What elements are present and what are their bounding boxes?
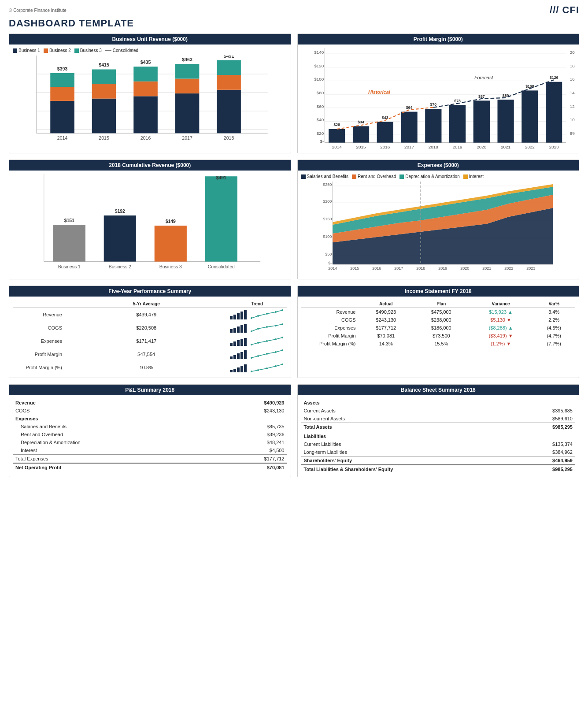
pl-interest-label: Interest bbox=[13, 446, 214, 455]
svg-text:16%: 16% bbox=[570, 77, 575, 82]
svg-text:$200: $200 bbox=[323, 199, 332, 204]
bs-row-total-assets: Total Assets $985,295 bbox=[301, 423, 576, 431]
bs-total-assets-label: Total Assets bbox=[301, 423, 517, 431]
svg-text:$100: $100 bbox=[323, 234, 332, 239]
legend-consolidated: ── Consolidated bbox=[105, 48, 138, 53]
svg-rect-68 bbox=[521, 90, 538, 142]
svg-text:10%: 10% bbox=[570, 117, 575, 122]
balance-sheet-card: Balance Sheet Summary 2018 Assets Curren… bbox=[297, 384, 580, 477]
five-year-card: Five-Year Performance Summary 5-Yr Avera… bbox=[9, 286, 291, 378]
is-revenue-variance: $15,923 ▲ bbox=[469, 308, 533, 316]
is-revenue-label: Revenue bbox=[301, 308, 359, 316]
perf-expenses-trend bbox=[227, 334, 287, 348]
svg-point-141 bbox=[251, 357, 252, 359]
svg-text:Consolidated: Consolidated bbox=[208, 264, 235, 269]
svg-rect-58 bbox=[401, 112, 417, 143]
legend-b1: Business 1 bbox=[13, 48, 40, 53]
business-unit-revenue-title: Business Unit Revenue ($000) bbox=[9, 34, 291, 45]
pl-net-profit-value: $70,081 bbox=[214, 463, 287, 471]
svg-point-129 bbox=[275, 311, 277, 313]
income-statement-body: Actual Plan Variance Var% Revenue $490,9… bbox=[298, 297, 579, 351]
is-row-profit: Profit Margin $70,081 $73,500 ($3,419) ▼… bbox=[301, 332, 576, 340]
five-year-body: 5-Yr Average Trend Revenue $439,479 bbox=[9, 297, 291, 378]
svg-text:$491: $491 bbox=[216, 175, 226, 180]
perf-col-label bbox=[13, 300, 66, 308]
svg-rect-19 bbox=[217, 90, 241, 134]
is-revenue-actual: $490,923 bbox=[359, 308, 414, 316]
pl-table: Revenue $490,923 COGS $243,130 Expenses … bbox=[13, 399, 287, 471]
is-row-revenue: Revenue $490,923 $475,000 $15,923 ▲ 3.4% bbox=[301, 308, 576, 316]
svg-text:$43: $43 bbox=[381, 115, 388, 120]
is-expenses-varpct: (4.5%) bbox=[533, 324, 575, 332]
svg-rect-64 bbox=[473, 100, 489, 142]
balance-sheet-title: Balance Sheet Summary 2018 bbox=[298, 385, 579, 395]
balance-sheet-body: Assets Current Assets $395,685 Non-curre… bbox=[298, 395, 579, 477]
perf-expenses-bars bbox=[230, 336, 247, 346]
pl-expenses-header-value bbox=[214, 415, 287, 423]
perf-cogs-trend bbox=[227, 321, 287, 334]
bs-current-assets-value: $395,685 bbox=[517, 407, 575, 415]
svg-point-137 bbox=[257, 342, 259, 344]
bs-current-liabilities-value: $135,374 bbox=[517, 440, 575, 448]
legend-depr-dot bbox=[399, 174, 404, 179]
svg-text:12%: 12% bbox=[570, 104, 575, 109]
svg-point-131 bbox=[251, 330, 252, 332]
svg-text:$491: $491 bbox=[224, 56, 234, 59]
bs-total-value: $985,295 bbox=[517, 465, 575, 473]
perf-revenue-sparkline bbox=[249, 309, 285, 320]
is-revenue-varpct: 3.4% bbox=[533, 308, 575, 316]
svg-rect-8 bbox=[92, 84, 116, 99]
legend-rent: Rent and Overhead bbox=[352, 174, 396, 179]
svg-text:20%: 20% bbox=[570, 50, 575, 55]
svg-point-142 bbox=[257, 355, 259, 357]
svg-text:$28: $28 bbox=[333, 122, 340, 127]
svg-text:Business 1: Business 1 bbox=[58, 264, 81, 269]
perf-profit-sparkline bbox=[249, 349, 285, 360]
expenses-card: Expenses ($000) Salaries and Benefits Re… bbox=[297, 160, 580, 279]
is-profit-label: Profit Margin bbox=[301, 332, 359, 340]
pl-row-revenue: Revenue $490,923 bbox=[13, 399, 287, 407]
page-title: DASHBOARD TEMPLATE bbox=[9, 18, 579, 29]
svg-text:$-: $- bbox=[320, 139, 324, 144]
expenses-body: Salaries and Benefits Rent and Overhead … bbox=[298, 171, 579, 273]
svg-point-149 bbox=[275, 365, 277, 367]
expenses-title: Expenses ($000) bbox=[298, 160, 579, 171]
profit-margin-title: Profit Margin ($000) bbox=[298, 34, 579, 45]
pl-row-cogs: COGS $243,130 bbox=[13, 407, 287, 415]
bs-liabilities-header-value bbox=[517, 431, 575, 440]
perf-cogs-avg: $220,508 bbox=[66, 321, 227, 334]
legend-b2-dot bbox=[44, 48, 48, 53]
svg-text:2023: 2023 bbox=[526, 266, 535, 270]
perf-row-cogs: COGS $220,508 bbox=[13, 321, 287, 334]
bar-2014-b1 bbox=[50, 101, 74, 134]
svg-text:$50: $50 bbox=[325, 252, 332, 256]
svg-point-126 bbox=[251, 317, 252, 319]
perf-revenue-label: Revenue bbox=[13, 308, 66, 322]
svg-rect-56 bbox=[377, 122, 393, 143]
svg-point-133 bbox=[266, 326, 268, 328]
legend-salaries-dot bbox=[301, 174, 306, 179]
svg-point-127 bbox=[257, 315, 259, 317]
svg-text:2020: 2020 bbox=[477, 145, 486, 149]
svg-point-139 bbox=[275, 338, 277, 340]
pl-row-depr: Depreciation & Amortization $48,241 bbox=[13, 438, 287, 446]
perf-col-trend: Trend bbox=[227, 300, 287, 308]
is-profit-pct-actual: 14.3% bbox=[359, 340, 414, 348]
cfi-logo: /// CFI bbox=[550, 4, 579, 16]
svg-text:2015: 2015 bbox=[350, 266, 359, 270]
svg-point-138 bbox=[266, 340, 268, 342]
svg-text:2018: 2018 bbox=[224, 135, 234, 141]
legend-rent-dot bbox=[352, 174, 356, 179]
perf-row-profit-pct: Profit Margin (%) 10.8% bbox=[13, 361, 287, 374]
is-cogs-plan: $238,000 bbox=[414, 316, 469, 324]
legend-depr: Depreciation & Amortization bbox=[399, 174, 459, 179]
svg-point-148 bbox=[266, 367, 268, 369]
svg-rect-86 bbox=[53, 225, 85, 262]
svg-point-134 bbox=[275, 325, 277, 327]
perf-profit-pct-sparkline bbox=[249, 362, 285, 373]
svg-rect-9 bbox=[92, 70, 116, 84]
svg-text:$60: $60 bbox=[316, 104, 324, 109]
perf-cogs-bars bbox=[230, 323, 247, 333]
perf-expenses-avg: $171,417 bbox=[66, 334, 227, 348]
svg-text:$20: $20 bbox=[316, 131, 324, 136]
